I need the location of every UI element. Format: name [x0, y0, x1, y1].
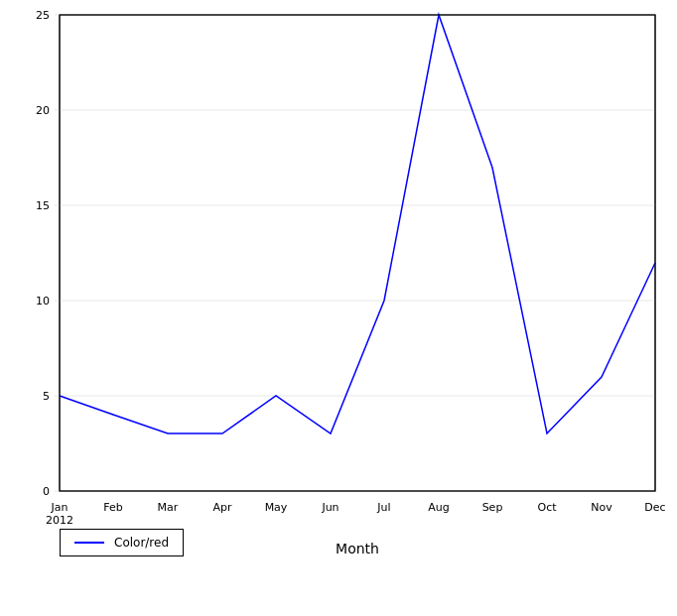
x-tick-oct: Oct	[537, 501, 557, 514]
x-axis-label: Month	[336, 541, 379, 556]
x-tick-jan: Jan	[51, 501, 68, 514]
y-tick-0: 0	[43, 485, 50, 498]
legend-line-color	[74, 542, 104, 544]
x-tick-mar: Mar	[158, 501, 179, 514]
y-tick-5: 5	[43, 390, 50, 403]
x-tick-2012: 2012	[46, 514, 73, 527]
y-tick-15: 15	[36, 199, 50, 212]
svg-rect-0	[60, 15, 655, 491]
x-tick-nov: Nov	[591, 501, 612, 514]
legend: Color/red	[60, 529, 184, 556]
x-tick-feb: Feb	[103, 501, 122, 514]
y-tick-10: 10	[36, 295, 50, 308]
x-tick-sep: Sep	[482, 501, 503, 514]
x-tick-apr: Apr	[212, 501, 232, 514]
x-tick-aug: Aug	[428, 501, 449, 514]
x-tick-jun: Jun	[321, 501, 338, 514]
chart-container: 0 5 10 15 20 25 Jan 2012 Feb Mar Apr May…	[0, 0, 677, 616]
y-tick-20: 20	[36, 104, 50, 117]
x-tick-jul: Jul	[376, 501, 390, 514]
line-chart: 0 5 10 15 20 25 Jan 2012 Feb Mar Apr May…	[0, 0, 677, 616]
legend-label: Color/red	[114, 536, 169, 550]
y-tick-25: 25	[36, 9, 50, 22]
x-tick-dec: Dec	[644, 501, 665, 514]
x-tick-may: May	[265, 501, 288, 514]
